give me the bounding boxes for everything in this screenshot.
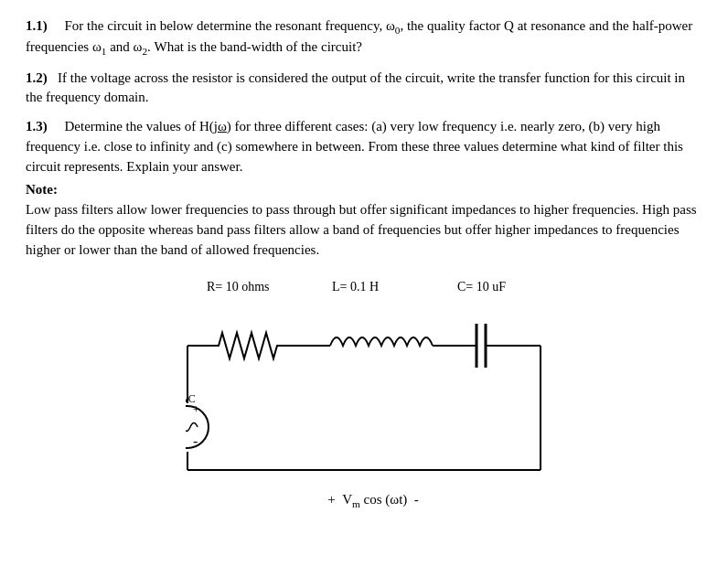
section-1-3: 1.3) Determine the values of H(jω) for t… — [26, 117, 702, 260]
circuit-svg: AC + - — [186, 307, 542, 490]
note-label: Note: — [26, 182, 58, 197]
note-block: Note: Low pass filters allow lower frequ… — [26, 180, 702, 260]
note-text: Low pass filters allow lower frequencies… — [26, 202, 697, 257]
section-label-1-3: 1.3) — [26, 119, 48, 134]
section-1-3-text: Determine the values of H(jω) for three … — [26, 119, 683, 174]
plus-label: + — [327, 492, 335, 508]
vm-text: Vm cos (ωt) - — [342, 492, 419, 509]
svg-text:-: - — [193, 433, 198, 449]
svg-text:+: + — [193, 402, 199, 416]
circuit-container: R= 10 ohms L= 0.1 H C= 10 uF AC — [26, 280, 702, 509]
section-1-1: 1.1) For the circuit in below determine … — [26, 16, 702, 59]
section-label-1-1: 1.1) — [26, 18, 48, 33]
section-1-1-text: For the circuit in below determine the r… — [26, 18, 692, 54]
section-1-2-text: If the voltage across the resistor is co… — [26, 70, 685, 105]
section-label-1-2: 1.2) — [26, 70, 48, 85]
section-1-2: 1.2) If the voltage across the resistor … — [26, 69, 702, 109]
